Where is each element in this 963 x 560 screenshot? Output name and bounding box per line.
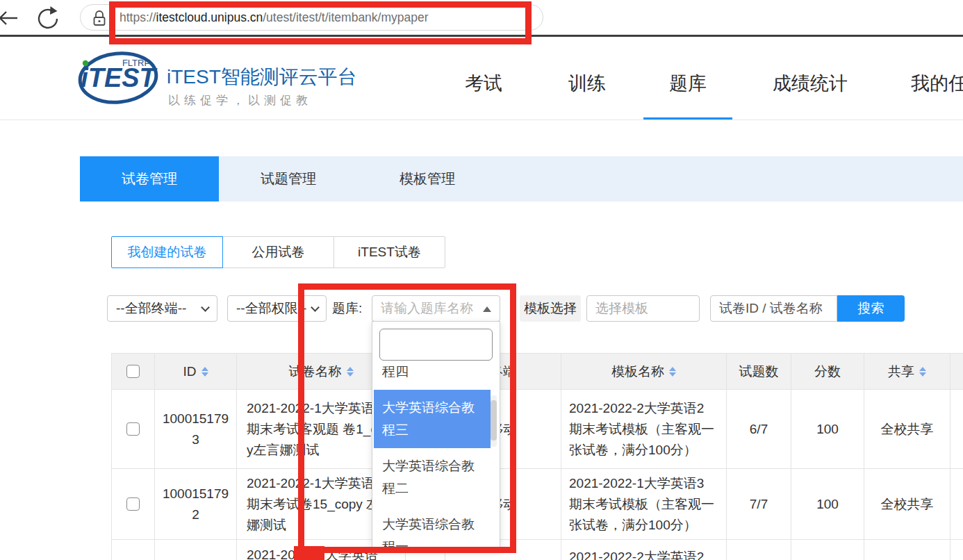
- select-all-cell: [112, 354, 155, 390]
- cell-score: 100: [791, 390, 864, 469]
- row-checkbox[interactable]: [126, 422, 140, 436]
- bank-option[interactable]: 大学英语综合教程一: [374, 507, 491, 548]
- header-divider: [0, 120, 963, 120]
- bank-combobox-placeholder: 请输入题库名称: [381, 299, 473, 318]
- cell-share: [864, 540, 950, 560]
- header-id[interactable]: ID: [155, 354, 237, 390]
- bank-dropdown-panel: 大学英语综合教程四 大学英语综合教程三 大学英语综合教程二 大学英语综合教程一: [372, 321, 500, 550]
- cell-score: [791, 540, 864, 560]
- cell-template: 2021-2022-1大学英语3 期末考试模板（主客观一 张试卷，满分100分）: [561, 469, 727, 540]
- header-score: 分数: [791, 354, 864, 390]
- header-question-count: 试题数: [727, 354, 791, 390]
- url-scheme: https://: [120, 10, 156, 25]
- scrollbar-thumb[interactable]: [491, 400, 497, 440]
- svg-text:iTEST: iTEST: [81, 63, 157, 92]
- cell-template: 2021-2022-2大学英语2 期末考试模板（主客观一 张试卷，满分100分）: [561, 390, 727, 469]
- tab-question-management[interactable]: 试题管理: [219, 156, 358, 201]
- header-overflow: [950, 354, 963, 390]
- template-input[interactable]: [586, 295, 700, 322]
- url-path: /utest/itest/t/itembank/mypaper: [263, 10, 428, 25]
- cell-question-count: 7/7: [727, 469, 791, 540]
- row-checkbox[interactable]: [126, 497, 140, 511]
- cell-id: [155, 540, 237, 560]
- row-checkbox-cell: [112, 540, 155, 560]
- sort-icon: [201, 367, 208, 377]
- row-checkbox-cell: [112, 469, 155, 540]
- permission-select[interactable]: --全部权限--: [227, 295, 327, 322]
- annotation-mark: [294, 546, 324, 560]
- nav-item-score-stats[interactable]: 成绩统计: [766, 59, 855, 108]
- bank-combobox[interactable]: 请输入题库名称: [372, 295, 500, 322]
- url-domain: itestcloud.unipus.cn: [156, 10, 263, 25]
- itest-logo: FLTRP iTEST iTEST智能测评云平台 以练促学，以测促教: [75, 43, 422, 113]
- header-id-label: ID: [183, 364, 197, 379]
- bank-dropdown-list: 大学英语综合教程四 大学英语综合教程三 大学英语综合教程二 大学英语综合教程一: [374, 361, 498, 548]
- bank-option[interactable]: 大学英语综合教程四: [374, 361, 491, 390]
- cell-question-count: 6/7: [727, 390, 791, 469]
- chevron-down-icon: [201, 303, 210, 312]
- paper-table: ID 试卷名称 终端 模板名称 试题数 分数 共享 1000151793 202…: [111, 353, 963, 560]
- url-text[interactable]: https://itestcloud.unipus.cn/utest/itest…: [120, 0, 429, 35]
- bank-dropdown-search-input[interactable]: [379, 329, 493, 361]
- chevron-down-icon: [311, 303, 320, 312]
- header-template[interactable]: 模板名称: [561, 354, 727, 390]
- cell-share: 全校共享: [864, 469, 950, 540]
- permission-select-value: --全部权限--: [236, 299, 306, 318]
- cell-question-count: [727, 540, 791, 560]
- row-checkbox-cell: [112, 390, 155, 469]
- tab-template-management[interactable]: 模板管理: [358, 156, 497, 201]
- cell-id: 1000151792: [155, 469, 237, 540]
- cell-overflow: [950, 390, 963, 469]
- template-select-label: 模板选择: [520, 295, 581, 322]
- svg-text:iTEST智能测评云平台: iTEST智能测评云平台: [167, 66, 357, 88]
- cell-share: 全校共享: [864, 390, 950, 469]
- header-share-label: 共享: [888, 363, 914, 381]
- sort-icon: [919, 367, 926, 377]
- paper-id-name-input[interactable]: [710, 295, 837, 322]
- subtab-public-papers[interactable]: 公用试卷: [222, 236, 334, 268]
- svg-text:以练促学，以测促教: 以练促学，以测促教: [168, 94, 312, 107]
- tab-paper-management[interactable]: 试卷管理: [80, 156, 219, 201]
- sort-icon: [347, 367, 354, 377]
- nav-item-exam[interactable]: 考试: [439, 59, 528, 108]
- refresh-icon[interactable]: [35, 6, 62, 32]
- nav-item-my-tasks[interactable]: 我的任务: [904, 59, 963, 108]
- cell-template: 2021-2022-2大学英语2 期末考试模板（主客观一 张试卷，满分100分）: [561, 540, 727, 560]
- bank-option-selected[interactable]: 大学英语综合教程三: [374, 390, 491, 448]
- header-share[interactable]: 共享: [864, 354, 950, 390]
- cell-score: 100: [791, 469, 864, 540]
- back-icon[interactable]: [0, 6, 21, 31]
- search-button[interactable]: 搜索: [837, 295, 905, 322]
- cell-overflow: [950, 469, 963, 540]
- select-all-checkbox[interactable]: [126, 365, 140, 378]
- cell-overflow: [950, 540, 963, 560]
- cell-id: 1000151793: [155, 390, 237, 469]
- bank-label: 题库:: [332, 295, 362, 322]
- terminal-select-value: --全部终端--: [116, 299, 186, 318]
- sort-icon: [669, 367, 676, 377]
- terminal-select[interactable]: --全部终端--: [107, 295, 217, 322]
- chevron-up-icon: [483, 306, 491, 312]
- nav-item-itembank[interactable]: 题库: [643, 59, 732, 108]
- subtab-my-papers[interactable]: 我创建的试卷: [111, 236, 223, 268]
- lock-icon: [92, 8, 106, 28]
- header-template-label: 模板名称: [611, 363, 664, 381]
- subtab-itest-papers[interactable]: iTEST试卷: [334, 236, 445, 268]
- nav-item-training[interactable]: 训练: [543, 59, 632, 108]
- bank-option[interactable]: 大学英语综合教程二: [374, 448, 491, 507]
- header-paper-name-label: 试卷名称: [289, 363, 342, 381]
- toolbar-divider: [0, 35, 963, 37]
